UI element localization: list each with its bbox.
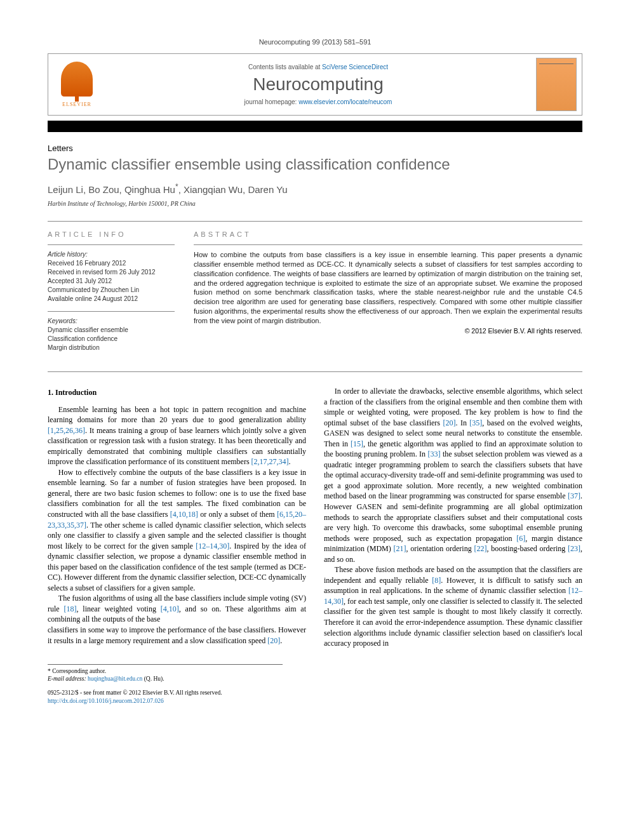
journal-homepage-line: journal homepage: www.elsevier.com/locat…	[112, 98, 525, 105]
ref-link[interactable]: [20]	[443, 418, 455, 427]
ref-link[interactable]: [12–14,30]	[196, 542, 229, 550]
publisher-name: ELSEVIER	[62, 102, 91, 107]
journal-cover-thumbnail	[536, 58, 577, 111]
header-divider-bar	[48, 121, 582, 132]
paragraph-3: The fusion algorithms of using all the b…	[48, 593, 306, 625]
ref-link[interactable]: [8]	[432, 576, 441, 585]
article-info-column: ARTICLE INFO Article history: Received 1…	[48, 230, 175, 360]
ref-link[interactable]: [4,10,18]	[170, 510, 198, 519]
running-citation: Neurocomputing 99 (2013) 581–591	[48, 38, 582, 46]
authors-part2: , Xiangqian Wu, Daren Yu	[178, 184, 288, 195]
online-date: Available online 24 August 2012	[48, 295, 175, 303]
author-list: Leijun Li, Bo Zou, Qinghua Hu*, Xiangqia…	[48, 182, 582, 195]
ref-link[interactable]: [21]	[394, 544, 406, 553]
ref-link[interactable]: [6]	[516, 534, 525, 543]
ref-link[interactable]: [18]	[64, 604, 76, 613]
footnote-marker: *	[48, 668, 51, 674]
article-history-block: Article history: Received 16 February 20…	[48, 250, 175, 303]
ref-link[interactable]: [2,17,27,34]	[251, 457, 289, 466]
keyword-3: Margin distribution	[48, 343, 175, 352]
contents-available-line: Contents lists available at SciVerse Sci…	[112, 63, 525, 70]
abstract-text: How to combine the outputs from base cla…	[194, 250, 582, 326]
ref-link[interactable]: [37]	[568, 491, 580, 500]
received-date: Received 16 February 2012	[48, 259, 175, 268]
publisher-logo-cell: ELSEVIER	[48, 54, 105, 115]
cover-image-cell	[531, 54, 582, 115]
keywords-label: Keywords:	[48, 317, 175, 326]
abstract-heading: ABSTRACT	[194, 230, 582, 238]
keywords-block: Keywords: Dynamic classifier ensemble Cl…	[48, 317, 175, 352]
ref-link[interactable]: [35]	[469, 418, 482, 427]
issn-copyright-line: 0925-2312/$ - see front matter © 2012 El…	[48, 689, 582, 697]
ref-link[interactable]: [15]	[351, 439, 363, 448]
history-label: Article history:	[48, 250, 175, 259]
elsevier-tree-icon	[61, 62, 93, 97]
abstract-copyright: © 2012 Elsevier B.V. All rights reserved…	[194, 327, 582, 335]
ref-link[interactable]: [33]	[428, 450, 441, 458]
rule-bottom	[48, 371, 582, 372]
sciencedirect-link[interactable]: SciVerse ScienceDirect	[322, 63, 388, 70]
article-type-label: Letters	[48, 143, 582, 153]
ref-link[interactable]: [23]	[568, 544, 580, 553]
paragraph-5: In order to alleviate the drawbacks, sel…	[324, 386, 582, 564]
keyword-2: Classification confidence	[48, 335, 175, 343]
paragraph-6: These above fusion methods are based on …	[324, 564, 582, 648]
ref-link[interactable]: [22]	[474, 544, 486, 553]
ref-link[interactable]: [20]	[267, 636, 280, 645]
corresponding-author-note: * Corresponding author.	[48, 667, 283, 675]
email-label: E-mail address:	[48, 676, 86, 682]
elsevier-logo: ELSEVIER	[55, 59, 99, 110]
homepage-prefix: journal homepage:	[245, 98, 299, 105]
affiliation: Harbin Institute of Technology, Harbin 1…	[48, 200, 582, 207]
journal-header: ELSEVIER Contents lists available at Sci…	[48, 53, 582, 116]
paragraph-2: How to effectively combine the outputs o…	[48, 467, 306, 594]
email-line: E-mail address: huqinghua@hit.edu.cn (Q.…	[48, 675, 283, 683]
section-1-heading: 1. Introduction	[48, 387, 306, 398]
footnote-block: * Corresponding author. E-mail address: …	[48, 664, 283, 683]
body-text: 1. Introduction Ensemble learning has be…	[48, 386, 582, 649]
authors-part1: Leijun Li, Bo Zou, Qinghua Hu	[48, 184, 175, 195]
communicated-by: Communicated by Zhouchen Lin	[48, 286, 175, 295]
contents-prefix: Contents lists available at	[248, 63, 322, 70]
journal-name: Neurocomputing	[112, 74, 525, 95]
paragraph-4: classifiers in some way to improve the p…	[48, 625, 306, 646]
article-title: Dynamic classifier ensemble using classi…	[48, 156, 582, 173]
keyword-1: Dynamic classifier ensemble	[48, 326, 175, 335]
abstract-column: ABSTRACT How to combine the outputs from…	[194, 230, 582, 360]
ref-link[interactable]: [1,25,26,36]	[48, 426, 85, 435]
ref-link[interactable]: [4,10]	[161, 604, 179, 613]
article-info-heading: ARTICLE INFO	[48, 230, 175, 238]
revised-date: Received in revised form 26 July 2012	[48, 268, 175, 277]
email-link[interactable]: huqinghua@hit.edu.cn	[88, 676, 142, 682]
corresponding-text: Corresponding author.	[52, 668, 106, 674]
journal-homepage-link[interactable]: www.elsevier.com/locate/neucom	[298, 98, 392, 105]
email-who: (Q. Hu).	[142, 676, 164, 682]
paragraph-1: Ensemble learning has been a hot topic i…	[48, 404, 306, 467]
doi-link[interactable]: http://dx.doi.org/10.1016/j.neucom.2012.…	[48, 698, 164, 704]
doi-line: http://dx.doi.org/10.1016/j.neucom.2012.…	[48, 697, 582, 705]
accepted-date: Accepted 31 July 2012	[48, 277, 175, 286]
